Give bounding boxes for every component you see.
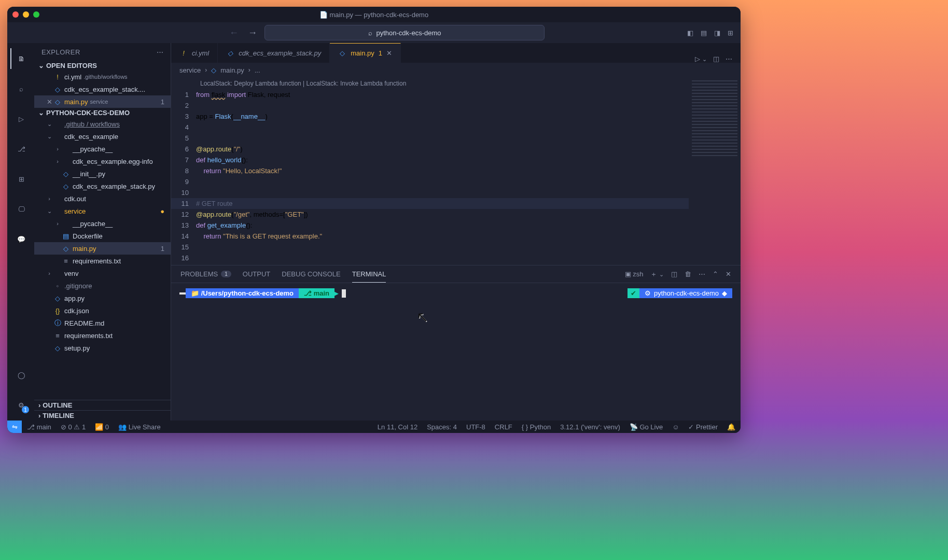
folder-item[interactable]: ⌄cdk_ecs_example — [34, 130, 171, 143]
code-line[interactable]: 1from flask import Flask, request — [171, 89, 689, 100]
folder-item[interactable]: ›__pycache__ — [34, 217, 171, 230]
cursor-position[interactable]: Ln 11, Col 12 — [378, 423, 417, 431]
new-terminal-icon[interactable]: ＋ ⌄ — [650, 270, 664, 279]
explorer-more-icon[interactable]: ⋯ — [157, 48, 164, 56]
file-item[interactable]: ◇cdk_ecs_example_stack.py — [34, 180, 171, 192]
extensions-tab-icon[interactable]: ⊞ — [10, 169, 31, 189]
editor-more-icon[interactable]: ⋯ — [726, 55, 732, 63]
maximize-panel-icon[interactable]: ⌃ — [713, 270, 718, 278]
golive-status[interactable]: 📡 Go Live — [630, 423, 663, 431]
kill-terminal-icon[interactable]: 🗑 — [685, 270, 691, 278]
notifications-bell-icon[interactable]: 🔔 — [727, 423, 735, 431]
code-line[interactable]: 6@app.route("/") — [171, 144, 689, 155]
explorer-tab-icon[interactable]: 🗎 — [10, 48, 31, 69]
code-line[interactable]: 10 — [171, 187, 689, 198]
terminal-body[interactable]: 📁 /Users/python-cdk-ecs-demo ⎇ main ▶ ✔ … — [171, 283, 741, 421]
file-item[interactable]: ◦.gitignore — [34, 279, 171, 292]
feedback-icon[interactable]: ☺ — [672, 423, 679, 431]
search-tab-icon[interactable]: ⌕ — [10, 78, 31, 99]
terminal-launch-profile-icon[interactable]: ▣ zsh — [625, 270, 644, 278]
file-item[interactable]: ◇setup.py — [34, 342, 171, 354]
terminal-tab[interactable]: TERMINAL — [352, 265, 386, 283]
close-panel-icon[interactable]: ✕ — [726, 270, 731, 278]
open-editor-item[interactable]: ✕◇main.py service1 — [34, 95, 171, 108]
code-line[interactable]: 11# GET route — [171, 198, 689, 209]
breadcrumbs[interactable]: service › ◇ main.py › ... — [171, 63, 741, 77]
code-line[interactable]: 4 — [171, 122, 689, 133]
code-line[interactable]: 14 return "This is a GET request example… — [171, 231, 689, 242]
output-tab[interactable]: OUTPUT — [243, 265, 270, 283]
editor-body[interactable]: LocalStack: Deploy Lambda function | Loc… — [171, 77, 689, 265]
liveshare-status[interactable]: 👥 Live Share — [118, 423, 161, 431]
encoding-status[interactable]: UTF-8 — [466, 423, 485, 431]
folder-item[interactable]: ›cdk_ecs_example.egg-info — [34, 155, 171, 167]
indentation-status[interactable]: Spaces: 4 — [427, 423, 457, 431]
eol-status[interactable]: CRLF — [495, 423, 512, 431]
editor-tab[interactable]: ◇cdk_ecs_example_stack.py — [218, 43, 330, 63]
debug-console-tab[interactable]: DEBUG CONSOLE — [282, 265, 340, 283]
chat-tab-icon[interactable]: 💬 — [10, 229, 31, 249]
file-item[interactable]: ≡requirements.txt — [34, 255, 171, 267]
close-icon[interactable]: ✕ — [386, 49, 392, 57]
split-editor-icon[interactable]: ◫ — [713, 55, 719, 63]
code-line[interactable]: 5 — [171, 133, 689, 144]
file-item[interactable]: ⓘREADME.md — [34, 317, 171, 329]
code-line[interactable]: 12@app.route("/get", methods=["GET"]) — [171, 209, 689, 220]
toggle-secondary-sidebar-icon[interactable]: ◨ — [714, 29, 720, 37]
problems-tab[interactable]: PROBLEMS 1 — [180, 265, 231, 283]
folder-item[interactable]: ›__pycache__ — [34, 143, 171, 155]
code-lens[interactable]: LocalStack: Deploy Lambda function | Loc… — [171, 77, 689, 89]
customize-layout-icon[interactable]: ⊞ — [728, 29, 733, 37]
run-icon[interactable]: ▷ ⌄ — [695, 55, 707, 63]
close-window-icon[interactable] — [12, 11, 19, 18]
minimize-window-icon[interactable] — [23, 11, 29, 18]
file-item[interactable]: ◇__init__.py — [34, 167, 171, 180]
code-line[interactable]: 2 — [171, 100, 689, 111]
split-terminal-icon[interactable]: ◫ — [671, 270, 677, 278]
file-item[interactable]: ◇app.py — [34, 292, 171, 304]
toggle-primary-sidebar-icon[interactable]: ◧ — [687, 29, 693, 37]
folder-item[interactable]: ›cdk.out — [34, 192, 171, 205]
breadcrumb-item[interactable]: ... — [255, 66, 260, 74]
file-item[interactable]: ◇main.py1 — [34, 242, 171, 255]
minimap[interactable] — [689, 77, 741, 265]
open-editor-item[interactable]: ◇cdk_ecs_example_stack.... — [34, 83, 171, 95]
nav-back-icon[interactable]: ← — [227, 27, 241, 38]
outline-section[interactable]: › OUTLINE — [34, 400, 171, 410]
breadcrumb-item[interactable]: main.py — [220, 66, 244, 74]
file-item[interactable]: {}cdk.json — [34, 304, 171, 317]
file-item[interactable]: ▤Dockerfile — [34, 230, 171, 242]
timeline-section[interactable]: › TIMELINE — [34, 410, 171, 421]
code-line[interactable]: 8 return "Hello, LocalStack!" — [171, 165, 689, 176]
editor-tab[interactable]: ◇main.py 1 ✕ — [330, 43, 401, 63]
remote-indicator-icon[interactable]: ⇋ — [7, 421, 22, 433]
code-line[interactable]: 13def get_example(): — [171, 220, 689, 231]
language-mode[interactable]: { } Python — [522, 423, 551, 431]
nav-forward-icon[interactable]: → — [246, 27, 259, 38]
toggle-panel-icon[interactable]: ▤ — [701, 29, 707, 37]
scm-tab-icon[interactable]: ⎇ — [10, 138, 31, 159]
panel-more-icon[interactable]: ⋯ — [699, 270, 705, 278]
code-line[interactable]: 15 — [171, 242, 689, 253]
remote-explorer-tab-icon[interactable]: 🖵 — [10, 199, 31, 219]
code-line[interactable]: 16 — [171, 253, 689, 263]
settings-gear-icon[interactable]: ⚙ — [10, 395, 31, 415]
titlebar[interactable]: 📄 main.py — python-cdk-ecs-demo — [7, 7, 741, 22]
folder-item[interactable]: ›venv — [34, 267, 171, 279]
close-icon[interactable]: ✕ — [46, 98, 53, 106]
file-item[interactable]: ≡requirements.txt — [34, 329, 171, 342]
error-warning-status[interactable]: ⊘ 0 ⚠ 1 — [61, 423, 86, 431]
code-line[interactable]: 9 — [171, 176, 689, 187]
folder-item[interactable]: ⌄service● — [34, 205, 171, 217]
code-line[interactable]: 3app = Flask(__name__) — [171, 111, 689, 122]
folder-item[interactable]: ⌄.github / workflows — [34, 118, 171, 130]
prettier-status[interactable]: ✓ Prettier — [688, 423, 718, 431]
command-center-search[interactable]: ⌕ python-cdk-ecs-demo — [264, 25, 545, 40]
ports-status[interactable]: 📶 0 — [95, 423, 109, 431]
zoom-window-icon[interactable] — [33, 11, 39, 18]
editor-tab[interactable]: !ci.yml — [171, 43, 218, 63]
branch-status[interactable]: ⎇ main — [27, 423, 51, 431]
open-editor-item[interactable]: !ci.yml .github/workflows — [34, 71, 171, 83]
project-section[interactable]: ⌄ PYTHON-CDK-ECS-DEMO — [34, 108, 171, 118]
breadcrumb-item[interactable]: service — [179, 66, 201, 74]
